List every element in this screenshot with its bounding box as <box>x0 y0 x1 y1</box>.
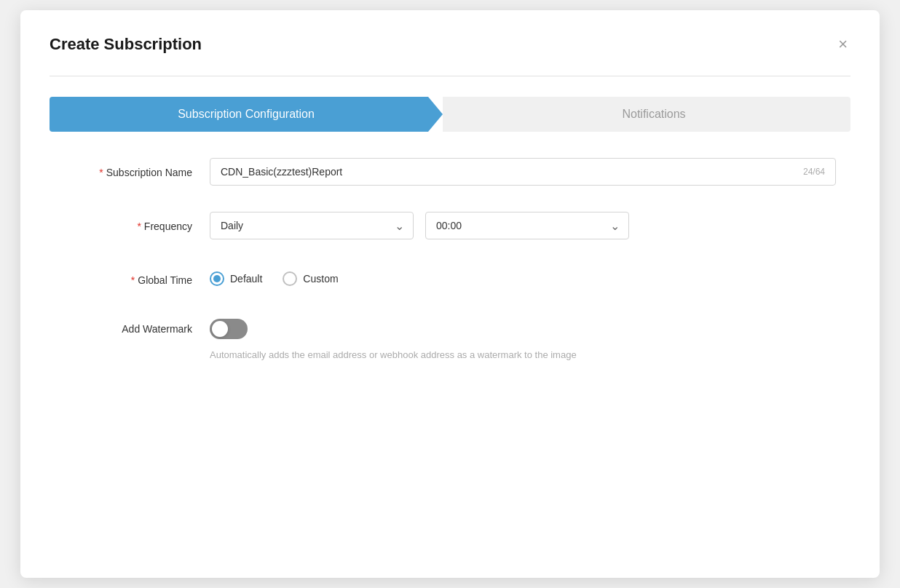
subscription-name-row: *Subscription Name 24/64 <box>64 158 836 186</box>
time-select[interactable]: 00:00 ⌄ <box>425 212 629 239</box>
required-star-freq: * <box>137 220 141 232</box>
add-watermark-label: Add Watermark <box>64 314 210 337</box>
step-config[interactable]: Subscription Configuration <box>50 97 443 132</box>
toggle-thumb <box>212 321 228 337</box>
required-star-gt: * <box>131 274 135 286</box>
global-time-label: *Global Time <box>64 266 210 288</box>
watermark-hint: Automatically adds the email address or … <box>210 348 719 363</box>
step-notifications[interactable]: Notifications <box>443 97 850 132</box>
radio-default-label: Default <box>230 273 262 285</box>
modal-header: Create Subscription × <box>50 33 850 55</box>
radio-custom-circle <box>283 271 297 286</box>
subscription-name-label: *Subscription Name <box>64 158 210 180</box>
watermark-toggle-wrap <box>210 314 836 339</box>
subscription-name-input-wrap: 24/64 <box>210 158 836 186</box>
subscription-name-input[interactable] <box>210 159 835 185</box>
steps-bar: Subscription Configuration Notifications <box>50 97 850 132</box>
time-value: 00:00 <box>426 212 628 239</box>
close-button[interactable]: × <box>835 33 850 55</box>
global-time-radio-group: Default Custom <box>210 266 836 286</box>
global-time-control: Default Custom <box>210 266 836 286</box>
frequency-control: Daily ⌄ 00:00 ⌄ <box>210 212 836 239</box>
required-star: * <box>99 167 103 178</box>
radio-default[interactable]: Default <box>210 271 262 286</box>
char-count: 24/64 <box>803 167 825 177</box>
add-watermark-control: Automatically adds the email address or … <box>210 314 836 363</box>
frequency-row: *Frequency Daily ⌄ 00:00 ⌄ <box>64 212 836 239</box>
modal-title: Create Subscription <box>50 35 202 54</box>
frequency-select-group: Daily ⌄ 00:00 ⌄ <box>210 212 836 239</box>
subscription-name-control: 24/64 <box>210 158 836 186</box>
frequency-select[interactable]: Daily ⌄ <box>210 212 414 239</box>
radio-default-circle <box>210 271 224 286</box>
radio-custom-label: Custom <box>303 273 338 285</box>
add-watermark-row: Add Watermark Automatically adds the ema… <box>64 314 836 363</box>
frequency-value: Daily <box>210 212 413 239</box>
header-divider <box>50 76 850 76</box>
global-time-row: *Global Time Default Custom <box>64 266 836 288</box>
form-section: *Subscription Name 24/64 *Frequency Dail… <box>50 158 850 363</box>
radio-custom[interactable]: Custom <box>283 271 338 286</box>
create-subscription-modal: Create Subscription × Subscription Confi… <box>20 10 880 578</box>
frequency-label: *Frequency <box>64 212 210 234</box>
watermark-toggle[interactable] <box>210 319 248 339</box>
